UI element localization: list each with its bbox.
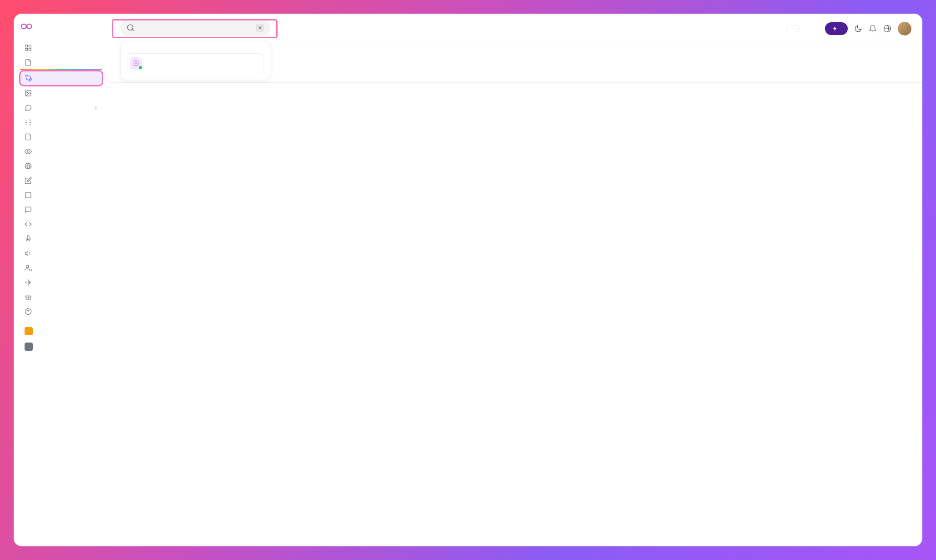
nav-web-chat[interactable] — [20, 159, 102, 173]
gift-icon — [25, 293, 32, 301]
nav-team[interactable] — [20, 261, 102, 275]
dashboard-icon — [25, 44, 32, 51]
svg-point-10 — [26, 265, 28, 267]
sidebar: + — [14, 14, 109, 546]
chat-icon — [25, 104, 32, 111]
users-icon — [25, 264, 32, 272]
nav-chat-settings[interactable]: + — [20, 101, 102, 115]
svg-marker-9 — [25, 251, 28, 255]
nav-ai-chat[interactable] — [20, 203, 102, 217]
svg-point-12 — [25, 308, 31, 314]
code-icon — [25, 221, 32, 228]
edit-icon — [25, 177, 32, 184]
eye-icon — [25, 148, 32, 155]
nav-article-wizard[interactable] — [20, 116, 102, 129]
svg-point-6 — [27, 151, 29, 152]
search-bar[interactable]: ✕ — [120, 20, 270, 35]
plus-icon[interactable]: + — [94, 104, 98, 111]
nav-support[interactable] — [20, 305, 102, 318]
nav-file-chat[interactable] — [20, 130, 102, 144]
search-input[interactable] — [138, 25, 252, 31]
admin-panel-button[interactable] — [786, 25, 799, 32]
svg-rect-1 — [29, 45, 31, 47]
avatar[interactable] — [898, 22, 911, 35]
nav-voiceover[interactable] — [20, 247, 102, 260]
nav-dashboard[interactable] — [20, 41, 102, 55]
help-icon — [25, 308, 32, 315]
badge-w — [25, 343, 33, 351]
result-icon — [130, 57, 142, 69]
nav-rewriter[interactable] — [20, 174, 102, 187]
nav-speech-to-text[interactable] — [20, 232, 102, 246]
svg-point-5 — [27, 92, 28, 93]
svg-point-13 — [127, 25, 133, 30]
nav-ai-image[interactable] — [20, 86, 102, 100]
globe-icon — [25, 162, 32, 170]
nav-documents[interactable] — [20, 55, 102, 70]
mic-icon — [25, 235, 32, 242]
pen-icon — [25, 75, 32, 82]
search-icon — [126, 24, 135, 32]
nav-vision[interactable] — [20, 145, 102, 158]
subscription-status[interactable] — [806, 25, 819, 32]
globe-icon[interactable] — [883, 25, 891, 33]
nav-ai-writer[interactable] — [20, 71, 102, 86]
wand-icon — [25, 119, 32, 126]
moon-icon[interactable] — [854, 25, 862, 33]
logo[interactable] — [20, 22, 102, 31]
svg-rect-3 — [29, 48, 31, 50]
speaker-icon — [25, 250, 32, 257]
bell-icon[interactable] — [869, 25, 877, 33]
voice-icon — [25, 279, 32, 286]
search-result-item[interactable] — [127, 53, 263, 73]
badge-f — [25, 327, 33, 335]
link-favorites[interactable] — [20, 324, 102, 338]
svg-rect-2 — [25, 48, 28, 50]
search-highlight-box: ✕ — [113, 20, 277, 37]
upgrade-button[interactable] — [825, 22, 848, 35]
svg-rect-0 — [25, 45, 28, 47]
document-icon — [25, 59, 32, 66]
nav-ai-code[interactable] — [20, 217, 102, 231]
bolt-icon — [832, 26, 838, 31]
file-icon — [25, 133, 32, 141]
nav-brand-voice[interactable] — [20, 276, 102, 289]
logo-icon — [20, 22, 36, 31]
nav-affiliates[interactable] — [20, 290, 102, 304]
image-icon — [25, 192, 32, 199]
topbar: ✕ — [109, 14, 922, 44]
link-workbook[interactable] — [20, 339, 102, 354]
nav-chat-image[interactable] — [20, 188, 102, 202]
search-clear-button[interactable]: ✕ — [256, 24, 264, 32]
image-icon — [25, 90, 32, 97]
search-dropdown — [120, 41, 270, 80]
svg-rect-8 — [25, 192, 31, 198]
message-icon — [25, 206, 32, 213]
